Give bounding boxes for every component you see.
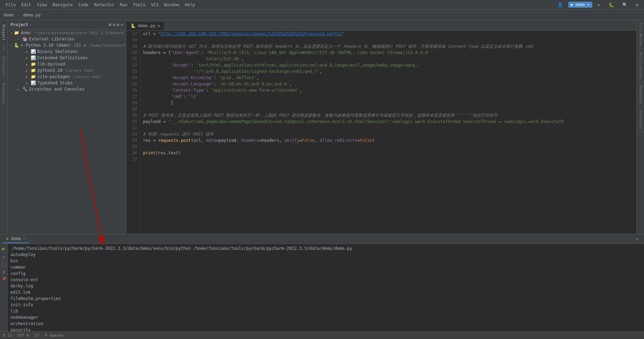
status-bar: 6:12 UTF-8 LF 4 spaces	[0, 331, 644, 339]
search-everywhere[interactable]: 🔍	[620, 2, 630, 7]
status-encoding: UTF-8	[18, 333, 29, 338]
bookmarks-tab-icon[interactable]: Bookmarks	[1, 80, 7, 107]
close-run-tab-icon[interactable]: ✕	[23, 237, 25, 240]
menu-refactor[interactable]: Refactor	[91, 2, 117, 7]
sidebar-item-typeshed[interactable]: ▶ 📊 Typeshed Stubs	[8, 80, 126, 86]
expand-arrow-bin: ▶	[26, 50, 29, 54]
expand-arrow-ext: ▾	[17, 37, 21, 41]
expand-arrow-ext-def: ▶	[26, 56, 29, 60]
run-tab-icon: ▶	[6, 236, 9, 241]
title-bar: demo › demo.py	[0, 10, 644, 20]
right-tab-file-review[interactable]: File Review	[637, 20, 644, 49]
expand-arrow: ▾	[10, 31, 13, 35]
right-tab-bookmarks[interactable]: Bookmarks	[637, 83, 644, 107]
bottom-output: /home/funsiooo/tools/pycharm/pycharm-202…	[8, 244, 644, 331]
sidebar-item-demo[interactable]: ▾ 📁 demo ~/tools/pycharm/pycharm-2022.3.…	[8, 30, 126, 36]
suspend-icon[interactable]: ⏸	[1, 269, 6, 275]
sidebar-item-python310-lib[interactable]: ▶ 📁 python3.10 library root	[8, 67, 126, 74]
code-line-34: res = requests.post(url, data=payload, h…	[143, 137, 634, 144]
run-cmd-text: /home/funsiooo/tools/pycharm/pycharm-202…	[12, 246, 352, 251]
menu-view[interactable]: View	[34, 2, 50, 7]
collapse-all-icon[interactable]: ≡	[113, 22, 115, 27]
menu-window[interactable]: Window	[162, 2, 182, 7]
expand-arrow-py: ▾	[10, 44, 13, 47]
run-button[interactable]: ▶	[595, 2, 603, 7]
output-edit-lok: edit.lok	[10, 289, 641, 295]
sidebar-item-external-libs[interactable]: ▾ 📚 External Libraries	[8, 36, 126, 42]
status-line-ending: LF	[35, 333, 39, 338]
menu-help[interactable]: Help	[182, 2, 198, 7]
code-line-35	[143, 144, 634, 150]
code-line-18	[143, 37, 634, 43]
sidebar-item-lib-dynload[interactable]: ▶ 📁 lib-dynload	[8, 61, 126, 67]
code-line-26: 'Content-Type': 'application/x-www-form-…	[143, 87, 634, 93]
chevron-down-icon[interactable]: ▾	[30, 23, 32, 27]
debug-button[interactable]: 🐛	[606, 2, 617, 7]
python310-icon: 📁	[31, 68, 36, 73]
output-filerealm: fileRealm.properties	[10, 295, 641, 302]
menu-vcs[interactable]: VCS	[148, 2, 162, 7]
right-tab-notifications[interactable]: Notifications	[637, 49, 644, 82]
settings-button[interactable]: ⚙	[633, 2, 641, 7]
code-area[interactable]: url = "http://192.168.148.155:7001/conso…	[140, 31, 636, 234]
structure-tab-icon[interactable]: Structure	[1, 53, 7, 79]
right-tab-structure[interactable]: Structure	[637, 107, 644, 132]
sidebar-header-title: Project	[10, 22, 28, 27]
sidebar-item-scratches[interactable]: ▶ 🔧 Scratches and Consoles	[8, 86, 126, 92]
code-line-17: url = "http://192.168.148.155:7001/conso…	[143, 31, 634, 37]
code-line-28: }	[143, 100, 634, 106]
editor-tab-demo-py[interactable]: 🐍 demo.py ✕	[126, 22, 165, 30]
lib-dynload-icon: 📁	[31, 62, 36, 67]
project-tab-icon[interactable]: Project	[1, 22, 7, 43]
sidebar-item-binary-skeletons[interactable]: ▶ 📊 Binary Skeletons	[8, 48, 126, 55]
editor-tabs: 🐍 demo.py ✕	[126, 20, 636, 31]
close-sidebar-icon[interactable]: ✕	[121, 22, 123, 27]
editor-area: 🐍 demo.py ✕ 17 18 19 20 21 22 23 24 25 2…	[126, 20, 636, 234]
menu-navigate[interactable]: Navigate	[50, 2, 76, 7]
left-side-tabs: Project ⤵ Structure Bookmarks	[0, 20, 8, 234]
rerun-icon[interactable]: ↺	[2, 254, 5, 260]
code-line-31: payload = '__.nfpb=true&_pageLabel=HomeP…	[143, 118, 634, 125]
expand-arrow-site: ▶	[26, 75, 29, 79]
run-tab[interactable]: ▶ demo ✕	[3, 235, 29, 243]
user-icon[interactable]: 👤	[555, 2, 566, 7]
sidebar-header: Project ▾ ⊞ ≡ ⚙ ✕	[8, 20, 126, 30]
folder-icon: 📁	[14, 30, 19, 35]
sidebar-item-site-packages[interactable]: ▶ 📁 site-packages library root	[8, 74, 126, 80]
sidebar-item-python310[interactable]: ▾ 🐍 < Python 3.10 (demo) (2) > /home/fun…	[8, 42, 126, 48]
code-line-30: # POST 请求体，注意这里和上面的 POST 数据包有所不一样，上面的 PO…	[143, 112, 634, 118]
code-line-19: # 因为我们请求链接为 GET 方法，请求头没有处理 POST 请求体的 hea…	[143, 43, 634, 49]
code-line-22: 'Accept': 'text/html,application/xhtml+x…	[143, 62, 634, 68]
title-separator: ›	[17, 13, 20, 17]
sidebar-item-extended-defs[interactable]: ▶ 📊 Extended Definitions	[8, 55, 126, 61]
expand-arrow-typeshed: ▶	[26, 81, 29, 85]
scope-icon[interactable]: ⊞	[109, 22, 111, 27]
output-security: security	[10, 327, 641, 331]
expand-arrow-lib: ▶	[26, 62, 29, 66]
settings-run-icon[interactable]: ⚙	[636, 237, 638, 241]
menu-edit[interactable]: Edit	[18, 2, 34, 7]
bottom-tabs: ▶ demo ✕ ⚙	[0, 234, 644, 244]
output-config: config	[10, 270, 641, 277]
output-nodemanager: nodemanager	[10, 314, 641, 321]
code-line-33: # 利用 requests 进行 POST 请求	[143, 131, 634, 137]
run-config[interactable]: ▶ demo ▾	[568, 2, 592, 8]
menu-file[interactable]: File	[3, 2, 18, 7]
code-line-20: headers = {'User-Agent': 'Mozilla/5.0 (X…	[143, 49, 634, 56]
code-line-24: 'Accept-Encoding': 'gzip, deflate',	[143, 75, 634, 81]
expand-arrow-py310: ▶	[26, 69, 29, 72]
code-line-25: 'Accept-Language': 'en-GB,en-US;q=0.9,en…	[143, 81, 634, 87]
bottom-panel: ▶ demo ✕ ⚙ ▶ ↺ ⬛ ⏸ 📌 /home/funsiooo/tool…	[0, 234, 644, 331]
close-tab-icon[interactable]: ✕	[158, 23, 160, 28]
output-common: common	[10, 264, 641, 270]
menu-code[interactable]: Code	[76, 2, 91, 7]
run-again-icon[interactable]: ▶	[2, 245, 6, 252]
menu-run[interactable]: Run	[117, 2, 130, 7]
menu-tools[interactable]: Tools	[130, 2, 148, 7]
pin-tab-icon[interactable]: 📌	[2, 277, 6, 281]
right-side-tabs: File Review Notifications Bookmarks Stru…	[636, 20, 644, 234]
commit-tab-icon[interactable]: ⤵	[1, 44, 6, 52]
settings-gear-icon[interactable]: ⚙	[117, 22, 119, 27]
binary-skeletons-icon: 📊	[31, 49, 36, 54]
stop-icon[interactable]: ⬛	[1, 262, 7, 267]
